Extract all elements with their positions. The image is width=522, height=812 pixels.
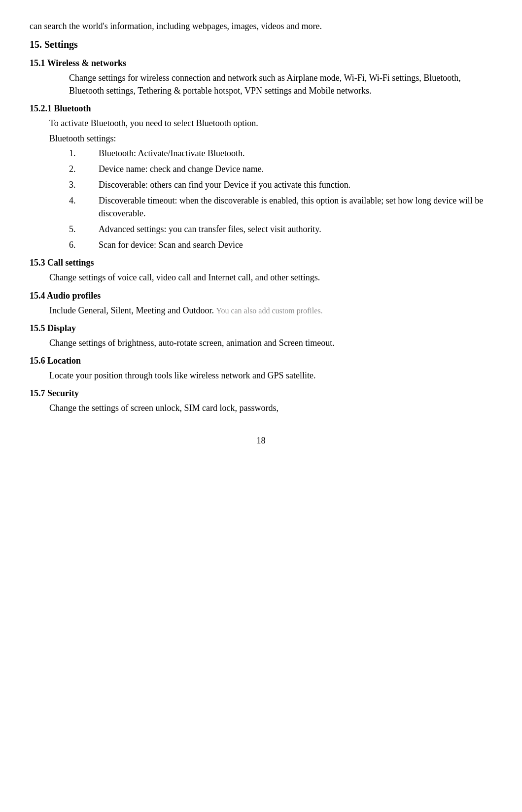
list-item: 4. Discoverable timeout: when the discov… (69, 194, 492, 220)
section-15-4-body-black: Include General, Silent, Meeting and Out… (49, 305, 214, 315)
section-15-5-heading: 15.5 Display (30, 322, 492, 335)
section-15-6-body: Locate your position through tools like … (49, 369, 492, 382)
section-15-1-body: Change settings for wireless connection … (69, 71, 492, 97)
section-15-4-heading: 15.4 Audio profiles (30, 289, 492, 302)
section-15-1-heading: 15.1 Wireless & networks (30, 57, 492, 69)
section-15-4-body: Include General, Silent, Meeting and Out… (49, 304, 492, 317)
section-15-3-body: Change settings of voice call, video cal… (49, 271, 492, 284)
section-15-4-body-gray: You can also add custom profiles. (216, 306, 322, 315)
section-15-2-1-intro: To activate Bluetooth, you need to selec… (49, 117, 492, 130)
list-item: 6. Scan for device: Scan and search Devi… (69, 238, 492, 251)
list-item: 5. Advanced settings: you can transfer f… (69, 223, 492, 236)
section-15-2-1-heading: 15.2.1 Bluetooth (30, 102, 492, 115)
list-number: 4. (69, 194, 99, 220)
page-number: 18 (30, 434, 492, 447)
section-15-7-body: Change the settings of screen unlock, SI… (49, 402, 492, 414)
list-text: Scan for device: Scan and search Device (99, 238, 492, 251)
list-text: Bluetooth: Activate/Inactivate Bluetooth… (99, 147, 492, 160)
list-item: 2. Device name: check and change Device … (69, 163, 492, 175)
list-number: 3. (69, 178, 99, 191)
section-15-5-body: Change settings of brightness, auto-rota… (49, 337, 492, 349)
list-item: 3. Discoverable: others can find your De… (69, 178, 492, 191)
list-text: Discoverable timeout: when the discovera… (99, 194, 492, 220)
list-number: 6. (69, 238, 99, 251)
section-15-7-heading: 15.7 Security (30, 387, 492, 400)
list-text: Discoverable: others can find your Devic… (99, 178, 492, 191)
list-number: 1. (69, 147, 99, 160)
bluetooth-settings-label: Bluetooth settings: (49, 132, 492, 145)
list-number: 2. (69, 163, 99, 175)
list-item: 1. Bluetooth: Activate/Inactivate Blueto… (69, 147, 492, 160)
bluetooth-settings-list: 1. Bluetooth: Activate/Inactivate Blueto… (69, 147, 492, 252)
list-number: 5. (69, 223, 99, 236)
section-15-3-heading: 15.3 Call settings (30, 256, 492, 269)
list-text: Advanced settings: you can transfer file… (99, 223, 492, 236)
intro-paragraph: can search the world's information, incl… (30, 20, 492, 33)
section-15-6-heading: 15.6 Location (30, 354, 492, 367)
list-text: Device name: check and change Device nam… (99, 163, 492, 175)
section-15-heading: 15. Settings (30, 37, 492, 52)
